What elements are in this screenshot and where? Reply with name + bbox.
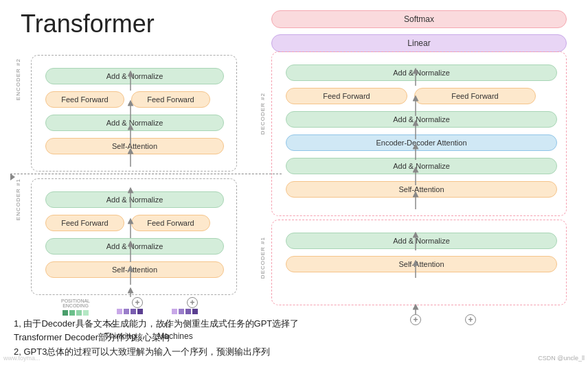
enc-input-squares-2 [172, 309, 198, 314]
enc1-add-norm1: Add & Normalize [45, 191, 224, 208]
dec2-ff2: Feed Forward [414, 88, 536, 104]
diagram-area: ENCODER #2 ENCODER #1 Add & Normalize Fe… [14, 45, 577, 302]
dec2-add-norm3: Add & Normalize [286, 158, 557, 174]
decoder-block-1: Add & Normalize Self-Attention [271, 220, 567, 305]
enc-input-squares-1 [117, 309, 143, 314]
softmax-box: Softmax [271, 10, 567, 28]
dec1-self-attn: Self-Attention [286, 256, 557, 272]
softmax-label: Softmax [404, 14, 434, 24]
enc2-add-norm1: Add & Normalize [45, 68, 224, 84]
dec2-enc-dec-attn: Encoder-Decoder Attention [286, 134, 557, 151]
encoder-label-1: ENCODER #1 [15, 178, 21, 220]
encoder-block-1: Add & Normalize Feed Forward Feed Forwar… [31, 178, 237, 295]
dec1-add-norm1: Add & Normalize [286, 233, 557, 249]
enc-dec-arrow [10, 174, 15, 180]
desc-line1: 1, 由于Decoder具备文本生成能力，故作为侧重生成式任务的GPT选择了 [14, 317, 574, 331]
dec2-ff1: Feed Forward [286, 88, 407, 104]
enc1-self-attn: Self-Attention [45, 261, 224, 278]
linear-label: Linear [407, 38, 430, 48]
enc1-ff1: Feed Forward [45, 215, 124, 231]
enc1-add-norm2: Add & Normalize [45, 238, 224, 255]
watermark-left: www.toyma... [3, 355, 41, 362]
enc-dec-connection [10, 174, 282, 174]
watermark-right: CSDN @uncle_ll [538, 355, 585, 362]
dec2-self-attn: Self-Attention [286, 181, 557, 198]
enc2-add-norm2: Add & Normalize [45, 115, 224, 131]
encoder-label-2: ENCODER #2 [15, 58, 21, 100]
decoder-label-2: DECODER #2 [260, 93, 266, 134]
enc2-ff1: Feed Forward [45, 91, 124, 108]
pos-enc-label: POSITIONALENCODING [45, 298, 106, 316]
desc-line2: Transformer Decoder部分作为核心架构 [14, 331, 574, 345]
page-title: Transformer [21, 10, 155, 38]
dec2-add-norm1: Add & Normalize [286, 64, 557, 81]
description-area: 1, 由于Decoder具备文本生成能力，故作为侧重生成式任务的GPT选择了 T… [14, 317, 574, 360]
encoder-block-2: Add & Normalize Feed Forward Feed Forwar… [31, 55, 237, 172]
linear-box: Linear [271, 34, 567, 52]
encoder-container: ENCODER #2 ENCODER #1 Add & Normalize Fe… [27, 51, 247, 298]
enc-plus-circle-1: + [132, 297, 143, 308]
decoder-block-2: Add & Normalize Feed Forward Feed Forwar… [271, 51, 567, 216]
decoder-container: Softmax Linear DECODER #2 DECODER #1 Add… [268, 51, 577, 312]
enc2-self-attn: Self-Attention [45, 138, 224, 154]
enc1-ff2: Feed Forward [131, 215, 210, 231]
decoder-label-1: DECODER #1 [260, 237, 266, 279]
desc-line3: 2, GPT3总体的过程可以大致理解为输入一个序列，预测输出序列 [14, 345, 574, 360]
enc2-ff2: Feed Forward [131, 91, 210, 108]
dec2-add-norm2: Add & Normalize [286, 111, 557, 128]
enc-plus-circle-2: + [187, 297, 198, 308]
